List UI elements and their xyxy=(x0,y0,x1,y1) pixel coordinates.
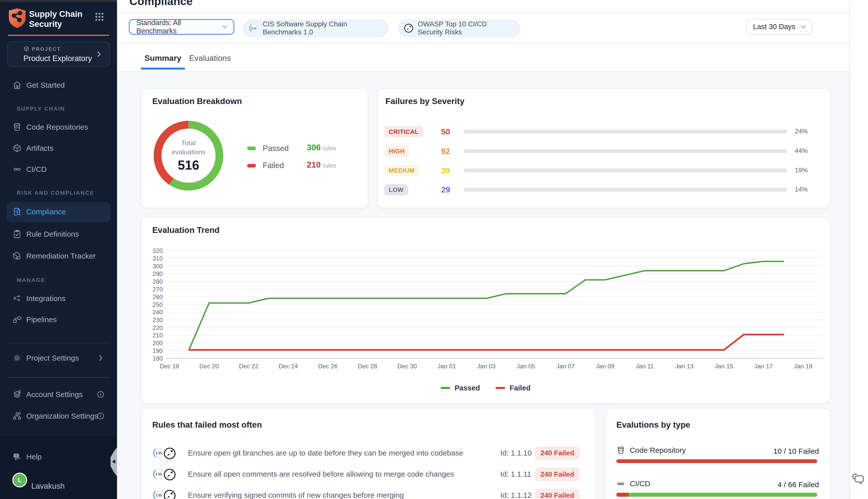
failures-by-severity-card: Failures by Severity CRITICAL 50 24% HIG… xyxy=(377,88,831,208)
clipboard-check-icon xyxy=(12,229,22,239)
rule-row[interactable]: CIS Ensure open git branches are up to d… xyxy=(141,446,596,461)
sidebar-item-rule-definitions[interactable]: Rule Definitions xyxy=(0,227,117,242)
sidebar-item-remediation-tracker[interactable]: Remediation Tracker xyxy=(0,249,117,264)
filter-chip-cis[interactable]: CIS CIS Software Supply Chain Benchmarks… xyxy=(243,20,388,37)
tab-evaluations[interactable]: Evaluations xyxy=(189,53,231,63)
header-divider xyxy=(117,12,849,13)
svg-text:180: 180 xyxy=(153,355,163,362)
chevron-right-icon xyxy=(95,50,103,58)
active-tab-underline xyxy=(141,68,185,70)
rule-row[interactable]: CIS Ensure verifying signed commits of n… xyxy=(141,488,596,499)
svg-text:CIS: CIS xyxy=(252,27,257,30)
failed-value: 210 rules xyxy=(307,160,336,171)
section-label-supply-chain: SUPPLY CHAIN xyxy=(17,106,65,112)
owasp-icon xyxy=(404,23,414,34)
card-title: Evaluation Trend xyxy=(152,226,220,235)
severity-bar xyxy=(464,130,787,134)
passed-line-swatch xyxy=(441,387,450,389)
svg-text:Dec 24: Dec 24 xyxy=(278,363,298,369)
info-icon[interactable] xyxy=(97,390,105,399)
donut-center-label: Total evaluations 516 xyxy=(152,119,225,193)
cis-icon: CIS xyxy=(152,467,164,480)
svg-text:Jan 15: Jan 15 xyxy=(715,363,733,369)
svg-text:?: ? xyxy=(15,454,17,458)
sidebar-item-pipelines[interactable]: Pipelines xyxy=(0,313,117,327)
sidebar-item-account-settings[interactable]: Account Settings xyxy=(0,387,117,402)
legend-item-passed: Passed xyxy=(247,143,289,154)
evaluation-trend-line-chart: 1801902002102202302402502602702802903003… xyxy=(150,242,822,376)
svg-text:230: 230 xyxy=(153,317,163,324)
chevron-down-icon xyxy=(800,23,807,30)
rule-text: Ensure verifying signed commits of new c… xyxy=(188,491,404,499)
chat-widget-icon[interactable] xyxy=(852,472,867,487)
severity-row-low: LOW 29 14% xyxy=(377,183,830,196)
sidebar-item-cicd[interactable]: CI/CD xyxy=(0,162,117,177)
svg-text:Jan 09: Jan 09 xyxy=(596,363,614,369)
severity-row-critical: CRITICAL 50 24% xyxy=(377,125,830,138)
gear-icon xyxy=(12,353,22,363)
rule-text: Ensure open git branches are up to date … xyxy=(188,449,463,457)
cicd-result-bar xyxy=(616,493,817,497)
failed-swatch xyxy=(247,164,256,168)
failed-count-badge: 240 Failed xyxy=(535,447,580,460)
evaluation-trend-card: Evaluation Trend 18019020021022023024025… xyxy=(141,217,831,403)
svg-text:250: 250 xyxy=(153,301,163,308)
chevron-down-icon xyxy=(221,23,228,30)
scrollbar-track[interactable] xyxy=(849,0,868,499)
collapse-arrow-icon xyxy=(112,460,115,464)
svg-text:Dec 18: Dec 18 xyxy=(160,363,179,369)
svg-text:Dec 22: Dec 22 xyxy=(239,363,258,369)
rules-failed-card: Rules that failed most often CIS Ensure … xyxy=(141,408,596,499)
svg-text:310: 310 xyxy=(153,255,163,262)
cis-icon: CIS xyxy=(152,489,164,499)
sidebar-item-project-settings[interactable]: Project Settings xyxy=(0,351,117,366)
section-label-manage: MANAGE xyxy=(17,277,45,283)
brand-title-line2: Security xyxy=(29,19,62,29)
window-top-strip xyxy=(0,0,117,2)
svg-text:200: 200 xyxy=(153,339,163,346)
standards-filter-select[interactable]: Standards: All Benchmarks xyxy=(129,19,234,35)
svg-text:290: 290 xyxy=(153,270,163,277)
svg-text:Jan 11: Jan 11 xyxy=(636,363,654,369)
artifacts-box-icon xyxy=(12,144,22,153)
app-grid-icon[interactable] xyxy=(95,12,104,21)
severity-row-medium: MEDIUM 39 19% xyxy=(377,164,830,177)
sidebar-item-get-started[interactable]: Get Started xyxy=(0,78,117,93)
svg-text:Jan 07: Jan 07 xyxy=(556,363,575,369)
severity-count: 50 xyxy=(428,127,450,136)
svg-text:210: 210 xyxy=(153,332,163,339)
project-box-icon xyxy=(23,46,29,52)
legend-item-failed: Failed xyxy=(247,160,284,171)
owasp-icon xyxy=(163,467,177,482)
sidebar-item-compliance[interactable]: Compliance xyxy=(0,205,117,219)
svg-text:Jan 17: Jan 17 xyxy=(755,363,773,369)
project-selector[interactable]: PROJECT Product Exploratory xyxy=(7,41,110,67)
svg-text:CIS: CIS xyxy=(156,472,162,476)
info-icon[interactable] xyxy=(97,412,105,420)
sidebar-item-help[interactable]: ? Help xyxy=(0,450,117,464)
svg-text:190: 190 xyxy=(153,347,163,354)
filters-divider xyxy=(117,44,849,44)
rule-row[interactable]: CIS Ensure all open comments are resolve… xyxy=(141,467,596,483)
svg-text:320: 320 xyxy=(153,247,163,254)
organization-icon xyxy=(12,411,22,421)
cicd-infinity-icon xyxy=(12,165,22,174)
tab-summary[interactable]: Summary xyxy=(145,53,181,63)
svg-text:220: 220 xyxy=(153,324,163,331)
filter-chip-owasp[interactable]: OWASP Top 10 CI/CD Security Risks xyxy=(398,20,520,37)
page-title: Compliance xyxy=(129,0,193,8)
type-label-cicd: CI/CD xyxy=(616,479,650,488)
sidebar-user[interactable]: L Lavakush xyxy=(0,479,117,494)
svg-text:Jan 05: Jan 05 xyxy=(517,363,535,369)
type-status: 10 / 10 Failed xyxy=(773,447,819,455)
severity-bar xyxy=(464,188,787,192)
sidebar-item-integrations[interactable]: Integrations xyxy=(0,291,117,306)
sidebar-item-code-repositories[interactable]: Code Repositories xyxy=(0,120,117,135)
evaluation-breakdown-card: Evaluation Breakdown Total evaluations 5… xyxy=(141,88,368,208)
svg-text:240: 240 xyxy=(153,309,163,316)
date-range-select[interactable]: Last 30 Days xyxy=(746,19,812,35)
svg-text:CIS: CIS xyxy=(156,494,162,498)
project-name: Product Exploratory xyxy=(23,54,92,63)
sidebar-item-artifacts[interactable]: Artifacts xyxy=(0,141,117,156)
sidebar-item-organization-settings[interactable]: Organization Settings xyxy=(0,409,117,424)
